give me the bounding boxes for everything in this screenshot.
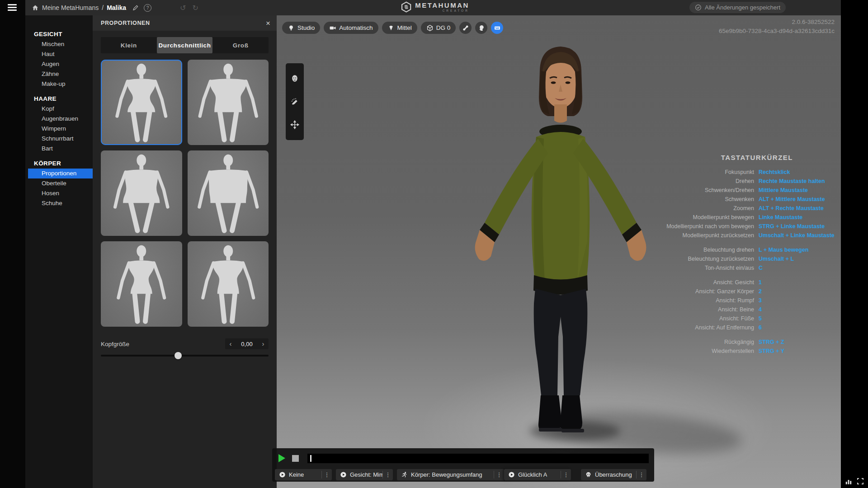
animation-slot-gesicht-mimik[interactable]: Gesicht: Mimik ⋮ xyxy=(336,469,393,480)
shortcut-label: Ton-Ansicht ein/aus xyxy=(488,265,754,271)
viewport-toolbar: Studio Automatisch Mittel DG 0 xyxy=(282,22,503,34)
play-circle-icon xyxy=(279,471,286,478)
shortcut-value: ALT + Rechte Maustaste xyxy=(759,205,836,211)
tab-durchschnittlich[interactable]: Durchschnittlich xyxy=(157,37,213,53)
tab-klein[interactable]: Klein xyxy=(101,37,157,53)
shortcuts-title: TASTATURKÜRZEL xyxy=(488,154,793,161)
sidebar-item-zähne[interactable]: Zähne xyxy=(25,69,93,79)
version-build: 2.0.6-38252522 xyxy=(719,18,835,27)
toggle-head-icon[interactable] xyxy=(475,22,487,34)
left-edge-strip xyxy=(0,0,25,488)
sidebar-item-hosen[interactable]: Hosen xyxy=(25,188,93,198)
shortcut-value: Rechte Maustaste halten xyxy=(759,178,836,184)
sidebar-item-kopf[interactable]: Kopf xyxy=(25,104,93,114)
shortcut-label: Modellierpunkt zurücksetzen xyxy=(488,232,754,239)
sculpt-tool-icon[interactable] xyxy=(290,97,300,107)
thumbnail-body-heavy-male[interactable] xyxy=(188,150,269,236)
shortcut-value: C xyxy=(759,265,836,271)
home-icon[interactable] xyxy=(32,4,39,11)
playhead[interactable] xyxy=(310,455,311,462)
play-icon[interactable] xyxy=(278,454,285,462)
sidebar-item-mischen[interactable]: Mischen xyxy=(25,39,93,49)
toolbar-button-label: Mittel xyxy=(397,24,412,31)
sidebar-item-make-up[interactable]: Make-up xyxy=(25,79,93,89)
close-icon[interactable]: × xyxy=(266,19,270,27)
shortcut-value: Linke Maustaste xyxy=(759,214,836,221)
animation-slot-keine[interactable]: Keine ⋮ xyxy=(275,469,332,480)
thumbnail-body-thin-male[interactable] xyxy=(188,241,269,327)
logo-title: METAHUMAN xyxy=(415,2,469,9)
hamburger-menu-icon[interactable] xyxy=(8,4,17,11)
shortcut-label: Ansicht: Ganzer Körper xyxy=(488,288,754,295)
toggle-keyboard-icon[interactable] xyxy=(491,22,503,34)
undo-icon[interactable]: ↺ xyxy=(180,4,186,12)
viewport-canvas[interactable]: Studio Automatisch Mittel DG 0 2.0.6-382… xyxy=(277,15,841,488)
shortcut-label: Ansicht: Füße xyxy=(488,315,754,322)
move-tool-icon[interactable] xyxy=(290,120,300,130)
animation-slot-überraschung[interactable]: Überraschung ⋮ xyxy=(581,469,646,480)
breadcrumb-root[interactable]: Meine MetaHumans xyxy=(42,4,99,11)
animation-slot-körper-bewegungsumfang[interactable]: Körper: Bewegungsumfang ⋮ xyxy=(397,469,504,480)
head-size-value: 0,00 xyxy=(236,341,258,347)
toggle-joint-icon[interactable] xyxy=(459,22,472,34)
fullscreen-icon[interactable] xyxy=(856,477,864,485)
metahuman-hexagon-icon xyxy=(401,1,412,13)
shortcut-label: Fokuspunkt xyxy=(488,169,754,175)
kebab-menu-icon[interactable]: ⋮ xyxy=(637,471,646,478)
head-size-slider[interactable] xyxy=(101,355,269,357)
character-contact-shadow xyxy=(530,421,620,441)
thumbnail-body-heavy-female[interactable] xyxy=(101,150,182,236)
slider-handle[interactable] xyxy=(175,352,182,359)
shortcut-row: Beleuchtung drehen L + Maus bewegen xyxy=(488,245,836,254)
kebab-menu-icon[interactable]: ⋮ xyxy=(494,471,504,478)
head-size-label: Kopfgröße xyxy=(101,341,129,347)
play-circle-icon xyxy=(340,471,347,478)
sidebar-item-schuhe[interactable]: Schuhe xyxy=(25,198,93,208)
kebab-menu-icon[interactable]: ⋮ xyxy=(383,471,393,478)
shortcut-row: Ansicht: Ganzer Körper 2 xyxy=(488,287,836,296)
toolbar-button-dg-0[interactable]: DG 0 xyxy=(421,22,456,34)
check-circle-icon xyxy=(695,4,702,11)
shortcut-label: Schwenken xyxy=(488,196,754,202)
sidebar-item-oberteile[interactable]: Oberteile xyxy=(25,178,93,188)
kebab-menu-icon[interactable]: ⋮ xyxy=(322,471,332,478)
stop-icon[interactable] xyxy=(292,455,299,462)
shortcut-value: STRG + Z xyxy=(759,339,836,345)
camera-icon xyxy=(329,24,336,32)
shortcut-row: Rückgängig STRG + Z xyxy=(488,338,836,347)
shortcut-label: Ansicht: Rumpf xyxy=(488,297,754,304)
redo-icon[interactable]: ↻ xyxy=(192,4,198,12)
toolbar-button-mittel[interactable]: Mittel xyxy=(382,22,417,34)
sidebar-item-wimpern[interactable]: Wimpern xyxy=(25,124,93,134)
toolbar-button-automatisch[interactable]: Automatisch xyxy=(324,22,378,34)
face-tool-icon[interactable] xyxy=(290,74,300,84)
toolbar-button-studio[interactable]: Studio xyxy=(282,22,320,34)
thumbnail-body-average-male[interactable] xyxy=(188,60,269,145)
stepper-increment-icon[interactable]: › xyxy=(258,338,269,349)
shortcut-row: Modellierpunkt nach vorn bewegen STRG + … xyxy=(488,222,836,231)
sidebar-item-augenbrauen[interactable]: Augenbrauen xyxy=(25,114,93,124)
timeline-track[interactable] xyxy=(307,454,649,463)
sidebar-item-proportionen[interactable]: Proportionen xyxy=(28,169,93,178)
stats-icon[interactable] xyxy=(844,477,853,485)
shortcut-row: Ansicht: Gesicht 1 xyxy=(488,278,836,287)
joint-icon xyxy=(462,24,469,32)
shortcut-row: Ansicht: Auf Entfernung 6 xyxy=(488,323,836,332)
thumbnail-body-average-female[interactable] xyxy=(101,60,182,145)
lightbulb-icon xyxy=(288,24,295,32)
keyboard-icon xyxy=(494,24,501,32)
animation-slot-glücklich-a[interactable]: Glücklich A ⋮ xyxy=(504,469,571,480)
sidebar-item-haut[interactable]: Haut xyxy=(25,49,93,59)
stepper-decrement-icon[interactable]: ‹ xyxy=(225,338,236,349)
pencil-icon[interactable] xyxy=(132,4,139,11)
kebab-menu-icon[interactable]: ⋮ xyxy=(561,471,571,478)
tab-groß[interactable]: Groß xyxy=(212,37,269,53)
sidebar-item-schnurrbart[interactable]: Schnurrbart xyxy=(25,134,93,144)
playback-bar: Keine ⋮ Gesicht: Mimik ⋮ Körper: Bewegun… xyxy=(272,448,654,482)
sidebar-item-augen[interactable]: Augen xyxy=(25,59,93,69)
sidebar-item-bart[interactable]: Bart xyxy=(25,144,93,154)
quality-icon xyxy=(387,24,395,32)
help-icon[interactable]: ? xyxy=(144,4,151,12)
thumbnail-body-thin-female[interactable] xyxy=(101,241,182,327)
breadcrumb-separator: / xyxy=(102,4,104,11)
